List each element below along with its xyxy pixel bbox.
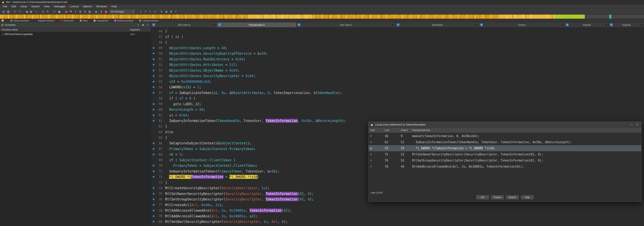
- xref-column-pseudocode-line[interactable]: Pseudocode line: [410, 128, 641, 133]
- navigate-back-icon[interactable]: ◀: [24, 10, 29, 14]
- lumina-icon[interactable]: ◉: [164, 10, 169, 14]
- code-line-47[interactable]: 47if ( a1 ): [151, 34, 644, 40]
- close-icon[interactable]: ✕: [292, 23, 295, 26]
- xref-row-1[interactable]: r369memset(TokenInformation, 0, 0x58ui64…: [368, 133, 641, 139]
- undo-icon[interactable]: ↶: [13, 10, 18, 14]
- tab-structures[interactable]: ≣Structures: [396, 22, 479, 27]
- code-line-78[interactable]: 78RtlAddAccessAllowedAce(Acl, 2u, 0x1000…: [151, 208, 644, 213]
- cancel-button[interactable]: Cancel: [491, 195, 504, 199]
- xref-row-2[interactable]: r6252 ZwQueryInformationToken(TokenHandl…: [368, 139, 641, 145]
- code-line-51[interactable]: 51 ObjectAttributes.RootDirectory = 0i64…: [151, 56, 644, 62]
- step-out-icon[interactable]: ↑: [148, 10, 152, 14]
- code-line-80[interactable]: 80RtlSetDaclSecurityDescriptor(SecurityD…: [151, 219, 644, 225]
- menu-windows[interactable]: Windows: [94, 4, 109, 9]
- code-line-49[interactable]: 49 ObjectAttributes.Length = 48;: [151, 45, 644, 51]
- code-line-61[interactable]: 61 a1 = 0i64;: [151, 112, 644, 118]
- menu-view[interactable]: View: [42, 4, 52, 9]
- debugger-run-icon[interactable]: ▶: [94, 10, 99, 14]
- menu-jump[interactable]: Jump: [18, 4, 29, 9]
- menu-edit[interactable]: Edit: [10, 4, 18, 9]
- code-line-48[interactable]: 48{: [151, 40, 644, 45]
- code-line-53[interactable]: 53 ObjectAttributes.ObjectName = 0i64;: [151, 68, 644, 73]
- step-over-icon[interactable]: ↷: [143, 10, 148, 14]
- function-icon[interactable]: ƒ: [73, 10, 78, 14]
- search-icon[interactable]: ⊙: [40, 10, 45, 14]
- menu-debugger[interactable]: Debugger: [52, 4, 68, 9]
- tab-exports[interactable]: ≣Exports: [609, 22, 644, 27]
- dialog-maximize-button[interactable]: □: [629, 123, 634, 127]
- undock-icon[interactable]: [475, 24, 478, 26]
- flag-icon[interactable]: ⚑: [68, 10, 73, 14]
- ok-button[interactable]: OK: [476, 195, 489, 199]
- jump-address-icon[interactable]: →: [34, 10, 38, 14]
- tab-pseudocode-a[interactable]: ≣Pseudocode-A✕: [217, 22, 296, 27]
- code-line-60[interactable]: 60 ReturnLength = 88;: [151, 107, 644, 112]
- help-button[interactable]: Help: [521, 195, 534, 199]
- column-function-name[interactable]: Function name: [0, 28, 128, 31]
- xref-column-line[interactable]: Line: [383, 128, 399, 133]
- redo-icon[interactable]: ↷: [18, 10, 22, 14]
- code-line-57[interactable]: 57 v7 = ZwDuplicateToken(a1, 8u, &Object…: [151, 90, 644, 96]
- xref-row-5[interactable]: r7652RtlSetGroupSecurityDescriptor(Secur…: [368, 157, 641, 163]
- code-token: [165, 107, 169, 111]
- run-to-cursor-icon[interactable]: ⇒: [152, 10, 157, 14]
- xref-column-colum[interactable]: Colum: [399, 128, 410, 133]
- code-line-79[interactable]: 79RtlAddAccessAllowedAce(Acl, 2u, 0x1000…: [151, 213, 644, 219]
- colors-icon[interactable]: ▨: [87, 10, 92, 14]
- code-line-50[interactable]: 50 ObjectAttributes.SecurityQualityOfSer…: [151, 51, 644, 56]
- code-line-56[interactable]: 56 LOWORD(v25) = 1;: [151, 84, 644, 90]
- data-icon[interactable]: §: [82, 10, 87, 14]
- menu-help[interactable]: Help: [109, 4, 119, 9]
- navigate-forward-icon[interactable]: ▶: [29, 10, 34, 14]
- code-token: SubjectContext.PrimaryToken: [199, 147, 254, 151]
- undock-icon[interactable]: [213, 24, 216, 26]
- tab-hex-view-1[interactable]: ≣Hex View-1: [296, 22, 396, 27]
- code-line-54[interactable]: 54 ObjectAttributes.SecurityDescriptor =…: [151, 73, 644, 79]
- panel-menu-button[interactable]: ▾: [136, 23, 140, 27]
- column-segment[interactable]: Segment: [128, 28, 151, 32]
- rename-icon[interactable]: ✎: [45, 10, 50, 14]
- tab-ida-view-a[interactable]: ≣IDA View-A: [151, 22, 217, 27]
- menu-options[interactable]: Options: [80, 4, 94, 9]
- windows-grid-icon[interactable]: ▦: [6, 10, 10, 14]
- debugger-pause-icon[interactable]: ‖: [99, 10, 104, 14]
- code-line-59[interactable]: 59 goto LABEL_22;: [151, 101, 644, 107]
- navigator-band[interactable]: [0, 15, 644, 19]
- undock-icon[interactable]: [561, 24, 563, 26]
- step-into-icon[interactable]: ↓: [138, 10, 143, 14]
- scripts-icon[interactable]: Σ: [159, 10, 164, 14]
- menu-search[interactable]: Search: [29, 4, 42, 9]
- code-line-81[interactable]: 81v18 = &v27;: [151, 225, 644, 226]
- code-line-58[interactable]: 58 if ( v7 < 0 ): [151, 96, 644, 101]
- breakpoint-icon[interactable]: ●: [64, 10, 68, 14]
- undock-icon[interactable]: [392, 24, 394, 26]
- cut-icon[interactable]: ✂: [52, 10, 57, 14]
- undock-icon[interactable]: [605, 24, 607, 26]
- search-button[interactable]: Search: [506, 195, 519, 199]
- options-icon[interactable]: ⚙: [169, 10, 174, 14]
- xref-row-3[interactable]: w7215 *(_OWORD *)TokenInformation = *(_O…: [368, 145, 641, 151]
- help-icon[interactable]: ?: [174, 10, 178, 14]
- desktop-layout-icon[interactable]: ▤: [1, 10, 6, 14]
- tab-imports[interactable]: ≣Imports: [564, 22, 609, 27]
- function-row[interactable]: ƒRtlCheckTokenCapability.text: [0, 32, 151, 36]
- code-line-52[interactable]: 52 ObjectAttributes.Attributes = 512;: [151, 62, 644, 68]
- xref-row-6[interactable]: r7844RtlAddAccessAllowedAce(Acl, 2u, 0x1…: [368, 163, 641, 170]
- code-line-55[interactable]: 55 v24 = 0x20000000Ci64;: [151, 79, 644, 85]
- debugger-stop-icon[interactable]: ■: [104, 10, 108, 14]
- code-line-46[interactable]: 46}: [151, 28, 644, 34]
- menu-lumina[interactable]: Lumina: [68, 4, 80, 9]
- xref-column-xref[interactable]: Xref: [368, 128, 383, 133]
- menu-file[interactable]: File: [1, 4, 10, 9]
- xref-row-4[interactable]: r7552RtlSetOwnerSecurityDescriptor(Secur…: [368, 151, 641, 157]
- code-line-77[interactable]: 77RtlCreateAcl(Acl, 0xA0u, 2u);: [151, 202, 644, 208]
- debugger-select[interactable]: No debugger▾: [110, 10, 135, 14]
- panel-maximize-button[interactable]: ▣: [141, 23, 145, 27]
- structure-icon[interactable]: ⊞: [78, 10, 82, 14]
- panel-close-button[interactable]: ✕: [146, 23, 150, 27]
- undock-icon[interactable]: [640, 24, 643, 26]
- dialog-close-button[interactable]: ✕: [634, 123, 640, 127]
- tab-enums[interactable]: ≣Enums: [479, 22, 564, 27]
- copy-icon[interactable]: ▣: [57, 10, 62, 14]
- xref-dialog-titlebar[interactable]: Local cross references to TokenInformati…: [368, 122, 641, 128]
